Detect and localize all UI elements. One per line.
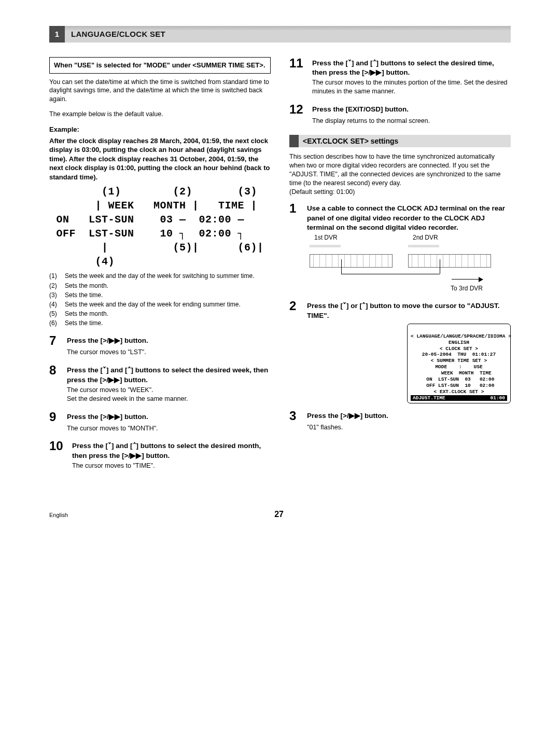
dvr-panel-icon	[408, 254, 491, 268]
osd-line: < CLOCK SET >	[440, 346, 478, 352]
sub-header-title: <EXT.CLOCK SET> settings	[299, 135, 511, 147]
step-number: 11	[289, 57, 312, 77]
legend-list: (1)Sets the week and the day of the week…	[49, 272, 271, 327]
osd-line: < LANGUAGE/LANGUE/SPRACHE/IDIOMA >	[411, 333, 511, 339]
step-number: 1	[289, 202, 307, 232]
dvr-connection	[289, 269, 511, 284]
osd-line: OFF LST-SUN 10 02:00	[424, 383, 495, 388]
legend-item: (6)Sets the time.	[49, 319, 271, 327]
to-3rd-dvr-label: To 3rd DVR	[289, 284, 483, 292]
wire-icon	[341, 259, 342, 274]
step-body: The display returns to the normal screen…	[312, 117, 511, 125]
dvr-unit: ▯▯▯▯▯▯▯▯▯▯▯▯▯▯▯▯▯▯▯▯	[310, 245, 393, 268]
osd-line: WEEK MONTH TIME	[426, 370, 491, 376]
step-body: The cursor moves to the minutes portion …	[312, 78, 511, 96]
step-number: 9	[49, 411, 67, 423]
example-note: The example below is the default value.	[49, 110, 271, 119]
step-body: "01" flashes.	[307, 423, 511, 432]
wire-icon	[341, 274, 440, 274]
dvr-diagram: ▯▯▯▯▯▯▯▯▯▯▯▯▯▯▯▯▯▯▯▯ ▯▯▯▯▯▯▯▯▯▯▯▯▯▯▯▯▯▯▯…	[289, 245, 511, 268]
example-description: After the clock display reaches 28 March…	[49, 136, 271, 182]
step-3: 3 Press the [>/▶▶] button.	[289, 410, 511, 422]
step-number: 8	[49, 364, 67, 384]
page-header: 1 LANGUAGE/CLOCK SET	[49, 26, 511, 43]
step-heading: Press the [>/▶▶] button.	[307, 410, 388, 422]
osd-line: < SUMMER TIME SET >	[431, 358, 487, 364]
step-body: The cursor moves to "WEEK". Set the desi…	[67, 386, 271, 403]
osd-line: ENGLISH	[449, 340, 469, 345]
step-heading: Press the [EXIT/OSD] button.	[312, 103, 409, 116]
step-number: 3	[289, 410, 307, 422]
step-10: 10 Press the [˅] and [˄] buttons to sele…	[49, 440, 271, 460]
step-body: The cursor moves to "MONTH".	[67, 424, 271, 433]
legend-item: (4)Sets the week and the day of the week…	[49, 300, 271, 309]
legend-item: (1)Sets the week and the day of the week…	[49, 272, 271, 280]
step-heading: Use a cable to connect the CLOCK ADJ ter…	[307, 202, 511, 232]
step-body: The cursor moves to "TIME".	[72, 462, 271, 470]
osd-selected-row: ADJUST.TIME01:00	[411, 395, 507, 401]
osd-line: MODE : USE	[435, 364, 482, 370]
lcd-display: (1) (2) (3) | WEEK MONTH | TIME | ON LST…	[56, 185, 263, 269]
step-heading: Press the [>/▶▶] button.	[67, 334, 148, 347]
step-number: 2	[289, 300, 307, 320]
step-heading: Press the [˅] and [˄] buttons to select …	[67, 364, 271, 384]
footer-language: English	[49, 511, 68, 519]
example-label: Example:	[49, 125, 271, 134]
step-heading: Press the [˅] or [˄] button to move the …	[307, 300, 511, 320]
wire-icon	[440, 259, 440, 274]
section-title: LANGUAGE/CLOCK SET	[65, 26, 511, 43]
legend-item: (3)Sets the time.	[49, 291, 271, 299]
step-heading: Press the [>/▶▶] button.	[67, 411, 148, 423]
step-number: 10	[49, 440, 72, 460]
osd-line: ON LST-SUN 03 02:00	[424, 376, 495, 382]
section-number: 1	[49, 26, 65, 43]
step-body: The cursor moves to "LST".	[67, 348, 271, 357]
step-number: 12	[289, 103, 312, 116]
dvr-caption-2: 2nd DVR	[413, 233, 438, 242]
step-9: 9 Press the [>/▶▶] button.	[49, 411, 271, 423]
intro-text: You can set the date/time at which the t…	[49, 78, 271, 104]
dvr-caption-1: 1st DVR	[314, 233, 397, 242]
legend-item: (2)Sets the month.	[49, 282, 271, 290]
step-heading: Press the [˅] and [˄] buttons to select …	[72, 440, 271, 460]
ext-intro: This section describes how to have the t…	[289, 152, 511, 196]
step-8: 8 Press the [˅] and [˄] buttons to selec…	[49, 364, 271, 384]
dvr-spec-icon: ▯▯▯▯▯▯▯▯▯▯▯▯▯▯▯▯▯▯▯▯	[310, 245, 393, 249]
boxed-note: When "USE" is selected for "MODE" under …	[49, 57, 271, 74]
right-column: 11 Press the [˅] and [˄] buttons to sele…	[289, 57, 511, 478]
page-number: 27	[274, 509, 284, 520]
step-12: 12 Press the [EXIT/OSD] button.	[289, 103, 511, 116]
osd-line: < EXT.CLOCK SET >	[434, 389, 484, 395]
step-11: 11 Press the [˅] and [˄] buttons to sele…	[289, 57, 511, 77]
step-number: 7	[49, 334, 67, 347]
step-1: 1 Use a cable to connect the CLOCK ADJ t…	[289, 202, 511, 232]
dvr-spec-icon: ▯▯▯▯▯▯▯▯▯▯▯▯▯▯▯▯▯▯▯▯	[408, 245, 491, 249]
left-column: When "USE" is selected for "MODE" under …	[49, 57, 271, 478]
step-7: 7 Press the [>/▶▶] button.	[49, 334, 271, 347]
dvr-captions: 1st DVR 2nd DVR	[314, 233, 511, 242]
legend-item: (5)Sets the month.	[49, 310, 271, 318]
sub-section-header: <EXT.CLOCK SET> settings	[289, 135, 511, 147]
osd-line: 20-05-2004 THU 01:01:27	[422, 352, 496, 357]
sub-header-block	[289, 135, 299, 147]
step-2: 2 Press the [˅] or [˄] button to move th…	[289, 300, 511, 320]
page-footer: English 27	[49, 509, 511, 520]
osd-screen: < LANGUAGE/LANGUE/SPRACHE/IDIOMA > ENGLI…	[407, 324, 511, 404]
dvr-panel-icon	[310, 254, 393, 268]
arrow-right-icon	[452, 279, 483, 280]
step-heading: Press the [˅] and [˄] buttons to select …	[312, 57, 511, 77]
dvr-unit: ▯▯▯▯▯▯▯▯▯▯▯▯▯▯▯▯▯▯▯▯	[408, 245, 491, 268]
